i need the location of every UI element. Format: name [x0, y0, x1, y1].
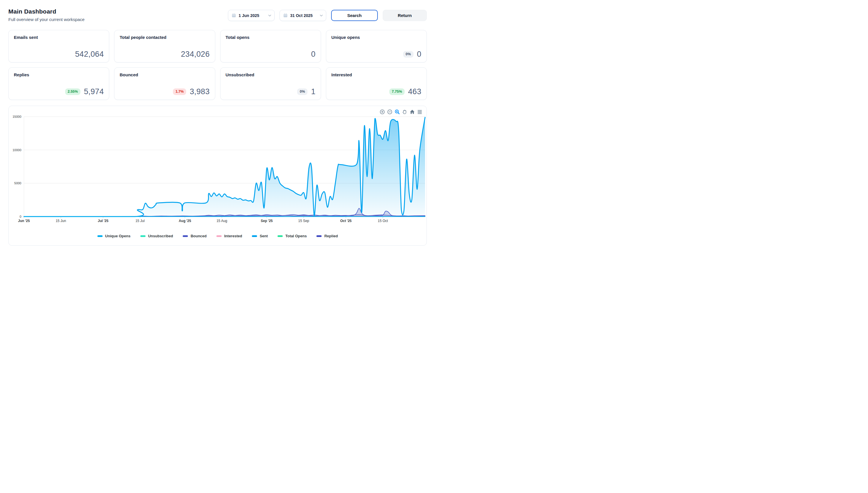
x-tick-label: 15 Oct	[378, 219, 388, 223]
stat-label: Replies	[14, 72, 104, 77]
chart-toolbar	[379, 109, 422, 114]
dashboard-page: Main Dashboard Full overview of your cur…	[0, 0, 434, 246]
legend-marker	[140, 235, 146, 237]
x-tick-label: 15 Sep	[298, 219, 309, 223]
calendar-icon	[283, 13, 288, 18]
stats-grid: Emails sent 542,064 Total people contact…	[8, 30, 427, 100]
chart-plot-area[interactable]	[24, 116, 425, 217]
x-tick-label: Oct '25	[340, 219, 352, 223]
legend-item-total-opens[interactable]: Total Opens	[277, 234, 307, 238]
chevron-down-icon	[268, 15, 271, 17]
stat-card-interested: Interested 7.75% 463	[326, 67, 427, 100]
legend-label: Replied	[324, 234, 338, 238]
return-button[interactable]: Return	[383, 10, 427, 21]
legend-label: Unique Opens	[105, 234, 130, 238]
stat-label: Total people contacted	[120, 35, 209, 40]
stat-label: Interested	[331, 72, 421, 77]
search-button[interactable]: Search	[331, 10, 378, 21]
page-subtitle: Full overview of your current workspace	[8, 17, 84, 22]
x-tick-label: Jul '25	[98, 219, 108, 223]
legend-marker	[183, 235, 188, 237]
area-chart[interactable]	[24, 116, 425, 217]
x-tick-label: 15 Jun	[56, 219, 66, 223]
stat-card-total-contacted: Total people contacted 234,026	[114, 30, 215, 63]
legend-label: Total Opens	[285, 234, 307, 238]
date-to-value: 31 Oct 2025	[290, 13, 317, 18]
stat-card-replies: Replies 2.55% 5,974	[8, 67, 109, 100]
stat-label: Emails sent	[14, 35, 104, 40]
x-axis-labels: Jun '2515 JunJul '2515 JulAug '2515 AugS…	[24, 219, 425, 224]
legend-item-unique-opens[interactable]: Unique Opens	[98, 234, 130, 238]
status-badge: 0%	[403, 51, 414, 58]
legend-item-replied[interactable]: Replied	[316, 234, 338, 238]
date-to-picker[interactable]: 31 Oct 2025	[280, 10, 326, 21]
header-controls: 1 Jun 2025 31 Oct 2025 Search Return	[228, 10, 427, 21]
stat-card-unique-opens: Unique opens 0% 0	[326, 30, 427, 63]
x-tick-label: Aug '25	[179, 219, 191, 223]
y-tick-label: 15000	[9, 115, 21, 119]
legend-item-unsubscribed[interactable]: Unsubscribed	[140, 234, 173, 238]
x-tick-label: Jun '25	[18, 219, 30, 223]
stat-value: 1	[311, 87, 315, 96]
stat-label: Unique opens	[331, 35, 421, 40]
legend-label: Sent	[260, 234, 268, 238]
y-tick-label: 10000	[9, 148, 21, 152]
legend-item-sent[interactable]: Sent	[252, 234, 268, 238]
chart-legend: Unique OpensUnsubscribedBouncedIntereste…	[9, 234, 427, 238]
legend-marker	[216, 235, 222, 237]
calendar-icon	[232, 13, 236, 18]
y-tick-label: 5000	[9, 181, 21, 185]
stat-card-unsubscribed: Unsubscribed 0% 1	[220, 67, 321, 100]
stat-label: Bounced	[120, 72, 209, 77]
date-from-picker[interactable]: 1 Jun 2025	[228, 10, 275, 21]
status-badge: 0%	[297, 88, 308, 95]
stat-label: Total opens	[226, 35, 315, 40]
stat-value: 3,983	[190, 87, 209, 96]
stat-value: 542,064	[75, 50, 104, 59]
header: Main Dashboard Full overview of your cur…	[8, 8, 427, 22]
x-tick-label: 15 Aug	[216, 219, 227, 223]
stat-card-bounced: Bounced 1.7% 3,983	[114, 67, 215, 100]
legend-item-bounced[interactable]: Bounced	[183, 234, 207, 238]
x-tick-label: Sep '25	[261, 219, 273, 223]
status-badge: 7.75%	[389, 88, 405, 95]
menu-icon[interactable]	[417, 109, 422, 114]
chart-card: 050001000015000 Jun '2515 JunJul '2515 J…	[8, 106, 427, 245]
legend-marker	[277, 235, 283, 237]
legend-marker	[316, 235, 322, 237]
zoom-in-icon[interactable]	[379, 109, 385, 114]
stat-value: 5,974	[84, 87, 104, 96]
stat-label: Unsubscribed	[226, 72, 315, 77]
zoom-out-icon[interactable]	[387, 109, 393, 114]
pan-icon[interactable]	[402, 109, 408, 114]
legend-item-interested[interactable]: Interested	[216, 234, 242, 238]
stat-value: 463	[408, 87, 421, 96]
stat-card-emails-sent: Emails sent 542,064	[8, 30, 109, 63]
date-from-value: 1 Jun 2025	[239, 13, 265, 18]
chevron-down-icon	[319, 15, 323, 17]
x-tick-label: 15 Jul	[136, 219, 145, 223]
legend-marker	[252, 235, 257, 237]
selection-zoom-icon[interactable]	[394, 109, 400, 114]
stat-card-total-opens: Total opens 0	[220, 30, 321, 63]
y-axis-labels: 050001000015000	[9, 116, 21, 217]
legend-label: Unsubscribed	[148, 234, 173, 238]
status-badge: 2.55%	[65, 88, 80, 95]
stat-value: 234,026	[181, 50, 210, 59]
y-tick-label: 0	[9, 215, 21, 218]
home-icon[interactable]	[410, 109, 415, 114]
legend-marker	[98, 235, 103, 237]
legend-label: Interested	[224, 234, 242, 238]
status-badge: 1.7%	[173, 88, 186, 95]
legend-label: Bounced	[190, 234, 207, 238]
header-titles: Main Dashboard Full overview of your cur…	[8, 8, 84, 22]
stat-value: 0	[311, 50, 315, 59]
stat-value: 0	[417, 50, 421, 59]
page-title: Main Dashboard	[8, 8, 84, 15]
